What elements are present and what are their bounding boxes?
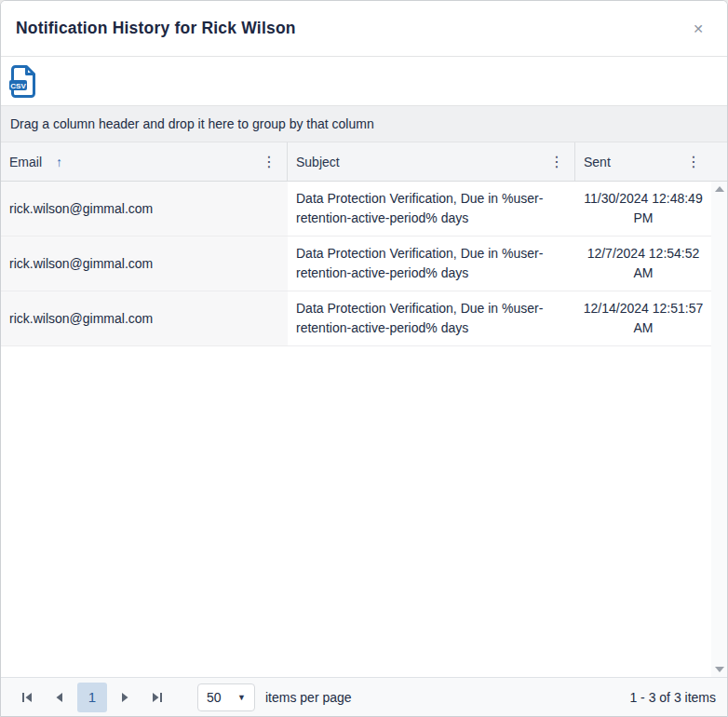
cell-subject: Data Protection Verification, Due in %us… <box>288 291 575 345</box>
table-row[interactable]: rick.wilson@gimmal.com Data Protection V… <box>1 291 711 346</box>
column-header-subject[interactable]: Subject ⋮ <box>288 142 575 181</box>
column-header-subject-label: Subject <box>296 155 340 169</box>
cell-sent: 12/7/2024 12:54:52 AM <box>575 237 711 291</box>
first-page-button[interactable] <box>12 683 42 712</box>
column-header-sent-label: Sent <box>584 155 611 169</box>
export-csv-button[interactable]: CSV <box>8 64 38 99</box>
close-icon[interactable]: ✕ <box>684 15 712 43</box>
column-menu-icon[interactable]: ⋮ <box>684 150 703 174</box>
page-size-select[interactable]: 50 ▼ <box>197 683 255 711</box>
svg-text:CSV: CSV <box>10 81 26 89</box>
page-size-value: 50 <box>207 690 222 705</box>
next-page-icon <box>119 692 130 703</box>
first-page-icon <box>21 692 33 703</box>
table-row[interactable]: rick.wilson@gimmal.com Data Protection V… <box>1 182 711 237</box>
grid-body: rick.wilson@gimmal.com Data Protection V… <box>1 182 727 677</box>
cell-sent: 11/30/2024 12:48:49 PM <box>575 182 711 236</box>
scroll-up-icon[interactable] <box>715 186 724 192</box>
dialog-titlebar: Notification History for Rick Wilson ✕ <box>1 1 727 57</box>
cell-subject: Data Protection Verification, Due in %us… <box>288 182 575 236</box>
last-page-icon <box>152 692 163 703</box>
cell-sent: 12/14/2024 12:51:57 AM <box>575 291 711 345</box>
grid-rows: rick.wilson@gimmal.com Data Protection V… <box>1 182 711 677</box>
column-header-email[interactable]: Email ↑ ⋮ <box>1 142 288 181</box>
notification-history-dialog: Notification History for Rick Wilson ✕ C… <box>0 0 728 717</box>
previous-page-button[interactable] <box>45 683 74 712</box>
vertical-scrollbar[interactable] <box>711 182 727 677</box>
items-per-page-label: items per page <box>265 690 352 705</box>
csv-file-icon: CSV <box>8 64 38 99</box>
grid-header-row: Email ↑ ⋮ Subject ⋮ Sent ⋮ <box>1 142 727 182</box>
last-page-button[interactable] <box>142 683 172 712</box>
page-number-button[interactable]: 1 <box>77 683 107 712</box>
group-by-dropzone[interactable]: Drag a column header and drop it here to… <box>1 105 727 142</box>
previous-page-icon <box>54 692 65 703</box>
column-menu-icon[interactable]: ⋮ <box>260 150 278 174</box>
chevron-down-icon: ▼ <box>237 693 246 702</box>
scroll-down-icon[interactable] <box>715 667 724 672</box>
dialog-title: Notification History for Rick Wilson <box>16 19 296 38</box>
cell-email: rick.wilson@gimmal.com <box>1 182 288 236</box>
column-menu-icon[interactable]: ⋮ <box>547 150 566 174</box>
sort-ascending-icon: ↑ <box>56 155 62 169</box>
next-page-button[interactable] <box>110 683 140 712</box>
table-row[interactable]: rick.wilson@gimmal.com Data Protection V… <box>1 237 711 291</box>
pager-summary: 1 - 3 of 3 items <box>629 690 716 705</box>
grid-toolbar: CSV <box>1 57 727 105</box>
pager: 1 50 ▼ items per page 1 - 3 of 3 items <box>1 677 727 716</box>
cell-email: rick.wilson@gimmal.com <box>1 291 288 345</box>
cell-email: rick.wilson@gimmal.com <box>1 237 288 291</box>
column-header-sent[interactable]: Sent ⋮ <box>575 142 711 181</box>
group-by-hint: Drag a column header and drop it here to… <box>10 116 374 131</box>
cell-subject: Data Protection Verification, Due in %us… <box>288 237 575 291</box>
column-header-email-label: Email <box>9 155 42 169</box>
